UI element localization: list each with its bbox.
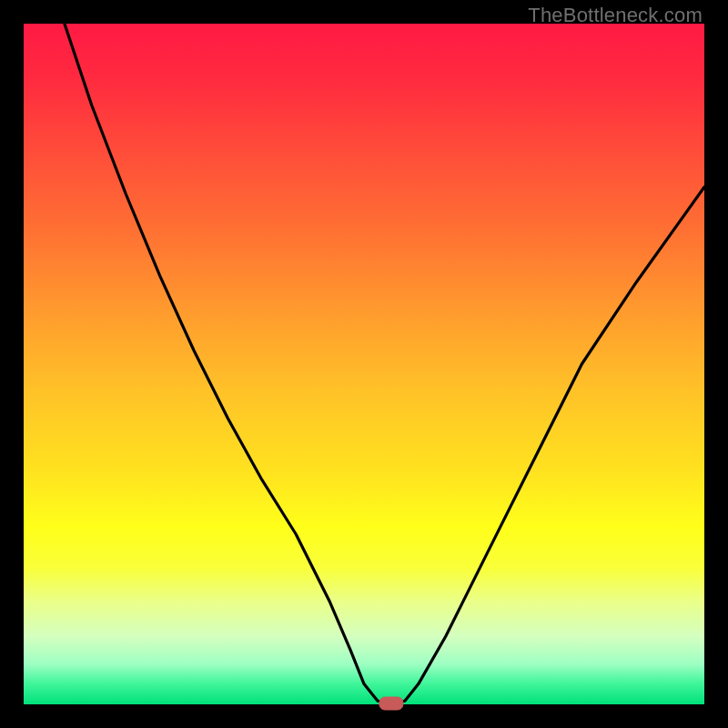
- chart-area: [24, 24, 704, 704]
- watermark-text: TheBottleneck.com: [528, 4, 703, 27]
- curve-line: [65, 24, 704, 704]
- optimal-marker: [379, 697, 403, 710]
- bottleneck-curve: [24, 24, 704, 704]
